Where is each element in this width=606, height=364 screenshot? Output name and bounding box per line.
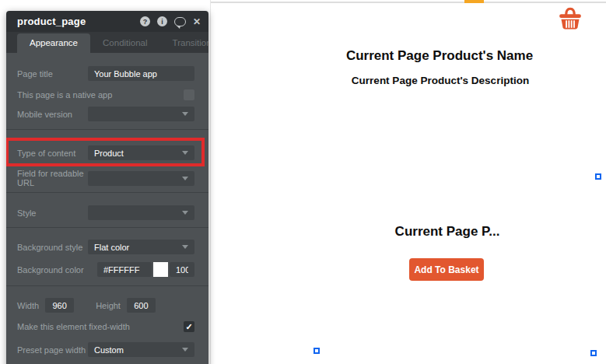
field-row-fixed-width: Make this element fixed-width ✓ xyxy=(6,321,208,332)
info-icon[interactable]: i xyxy=(157,16,167,26)
height-input[interactable] xyxy=(127,298,156,313)
section-divider xyxy=(6,227,208,228)
height-label: Height xyxy=(96,301,121,310)
add-to-basket-button[interactable]: Add To Basket xyxy=(409,258,484,281)
page-top-line xyxy=(211,2,606,3)
section-divider xyxy=(6,285,208,286)
product-price-text: Current Page P... xyxy=(395,224,500,240)
dropdown-value: Custom xyxy=(94,345,182,355)
width-input[interactable] xyxy=(45,298,74,313)
section-divider xyxy=(6,192,208,193)
panel-title: product_page xyxy=(17,16,140,27)
selection-handle[interactable] xyxy=(314,348,320,354)
fixed-width-label: Make this element fixed-width xyxy=(17,322,184,331)
chevron-down-icon xyxy=(182,245,188,249)
page-boundary-line xyxy=(210,0,211,364)
native-app-label: This page is a native app xyxy=(17,90,184,100)
field-row-width-height: Width Height xyxy=(6,298,208,313)
dropdown-value: Flat color xyxy=(94,243,182,252)
panel-body: Page title This page is a native app Mob… xyxy=(6,53,208,364)
selection-handle[interactable] xyxy=(590,350,597,356)
tab-transitions[interactable]: Transitions xyxy=(160,33,208,53)
page-title-input[interactable] xyxy=(88,66,194,81)
comment-bubble-icon[interactable] xyxy=(174,17,186,26)
field-row-mobile-version: Mobile version xyxy=(6,107,208,121)
background-style-dropdown[interactable]: Flat color xyxy=(88,240,194,254)
page-top-indicator xyxy=(464,0,484,3)
field-row-background-style: Background style Flat color xyxy=(6,240,208,254)
tab-appearance[interactable]: Appearance xyxy=(17,33,90,53)
field-row-preset-page-width: Preset page width Custom xyxy=(6,342,208,357)
field-row-type-of-content: Type of content Product xyxy=(6,145,208,160)
preset-page-width-label: Preset page width xyxy=(17,345,88,355)
close-icon[interactable]: ✕ xyxy=(193,17,201,26)
mobile-version-label: Mobile version xyxy=(17,110,88,119)
help-icon[interactable]: ? xyxy=(140,16,150,26)
color-swatch[interactable] xyxy=(153,262,168,277)
readable-url-dropdown[interactable] xyxy=(88,171,194,186)
chevron-down-icon xyxy=(182,112,188,116)
shopping-basket-icon[interactable] xyxy=(558,5,583,30)
field-row-background-color: Background color xyxy=(6,262,208,277)
section-divider xyxy=(6,129,208,130)
background-opacity-input[interactable] xyxy=(170,262,194,277)
field-row-style: Style xyxy=(6,205,208,220)
background-color-label: Background color xyxy=(17,265,97,275)
tab-conditional[interactable]: Conditional xyxy=(90,33,160,53)
width-label: Width xyxy=(17,301,39,310)
background-color-hex-input[interactable] xyxy=(97,262,152,277)
dropdown-value: Product xyxy=(94,149,182,158)
product-description-text: Current Page Product's Description xyxy=(352,75,529,86)
chevron-down-icon xyxy=(182,348,188,352)
type-of-content-dropdown[interactable]: Product xyxy=(88,145,194,160)
field-row-page-title: Page title xyxy=(6,66,208,81)
style-dropdown[interactable] xyxy=(88,205,194,220)
page-title-label: Page title xyxy=(17,69,88,79)
chevron-down-icon xyxy=(182,151,188,155)
style-label: Style xyxy=(17,208,88,218)
mobile-version-dropdown[interactable] xyxy=(88,107,194,121)
type-of-content-label: Type of content xyxy=(17,149,88,158)
background-style-label: Background style xyxy=(17,243,88,252)
native-app-checkbox[interactable] xyxy=(184,89,194,100)
property-editor-panel: product_page ? i ✕ Appearance Conditiona… xyxy=(6,11,208,364)
panel-tabbar: Appearance Conditional Transitions xyxy=(6,32,208,53)
panel-header[interactable]: product_page ? i ✕ xyxy=(6,11,208,32)
field-row-readable-url: Field for readable URL xyxy=(6,169,208,187)
fixed-width-checkbox[interactable]: ✓ xyxy=(184,321,194,332)
preset-page-width-dropdown[interactable]: Custom xyxy=(88,342,194,357)
product-name-text: Current Page Product's Name xyxy=(346,48,533,64)
chevron-down-icon xyxy=(182,177,188,180)
selection-handle[interactable] xyxy=(595,173,601,180)
readable-url-label: Field for readable URL xyxy=(17,169,88,187)
field-row-native-app: This page is a native app xyxy=(6,89,208,100)
chevron-down-icon xyxy=(182,211,188,215)
